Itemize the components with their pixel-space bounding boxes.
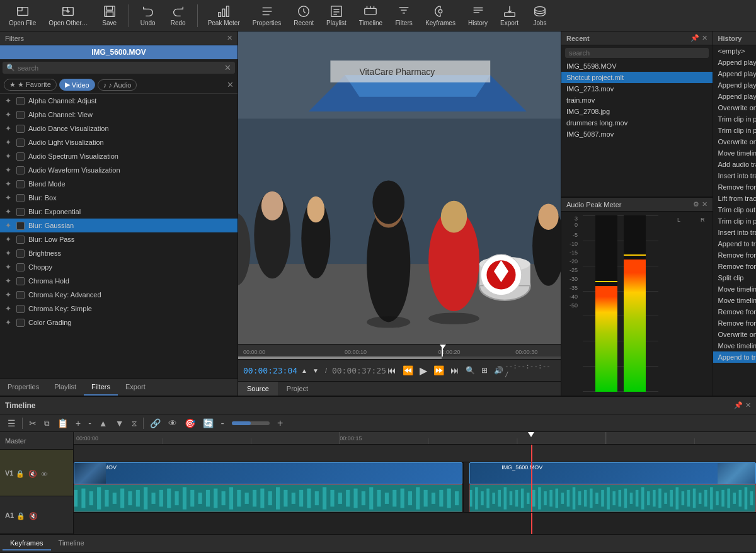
tl-cut-button[interactable]: ✂ [26, 417, 39, 430]
history-item[interactable]: Append playlist item 2 [713, 68, 756, 79]
filter-checkbox[interactable] [16, 305, 25, 313]
tl-copy-button[interactable]: ⧉ [42, 418, 52, 429]
history-item[interactable]: Append playlist item 3 [713, 79, 756, 91]
filter-checkbox[interactable] [16, 249, 25, 258]
history-item[interactable]: Move timelime clip [713, 340, 756, 351]
v1-visible-button[interactable]: 👁 [41, 470, 48, 478]
filters-close-x[interactable]: ✕ [227, 80, 234, 89]
filter-item[interactable]: ✦ Blur: Box [0, 191, 238, 205]
history-item[interactable]: Remove from track [713, 306, 756, 317]
v1-lock-button[interactable]: 🔒 [16, 470, 25, 478]
undo-button[interactable]: Undo [135, 3, 161, 28]
filter-item[interactable]: ✦ Brightness [0, 246, 238, 260]
history-item[interactable]: Split clip [713, 272, 756, 283]
filter-item[interactable]: ✦ Blur: Low Pass [0, 232, 238, 246]
tab-timeline-bottom[interactable]: Timeline [51, 537, 92, 550]
tl-ripple-button[interactable]: 🎯 [182, 417, 198, 430]
timecode-spinup[interactable]: ▲ [300, 366, 309, 375]
history-item[interactable]: Move timelime clip [713, 147, 756, 159]
filter-checkbox[interactable] [16, 125, 25, 133]
recent-item[interactable]: Shotcut project.mlt [561, 72, 713, 83]
history-item[interactable]: Trim clip out point [713, 204, 756, 215]
play-button[interactable]: ▶ [418, 363, 428, 378]
history-item[interactable]: <empty> [713, 45, 756, 57]
filter-checkbox[interactable] [16, 166, 25, 174]
history-item[interactable]: Remove from track [713, 317, 756, 329]
filter-item[interactable]: ✦ Color Grading [0, 316, 238, 329]
timeline-ruler[interactable]: 00:00:00 00:00:15 [74, 432, 756, 445]
history-item[interactable]: Append playlist item 1 [713, 57, 756, 68]
timecode-ruler[interactable]: 00:00:00 00:00:10 00:00:20 00:00:30 [238, 344, 561, 359]
filter-item[interactable]: ✦ Alpha Channel: Adjust [0, 94, 238, 108]
grid-button[interactable]: ⊞ [480, 365, 489, 376]
tl-lift-button[interactable]: ▲ [96, 417, 110, 430]
v1-clip2-audio[interactable] [469, 484, 756, 512]
tl-zoom-slider[interactable] [232, 421, 270, 425]
tab-video[interactable]: ▶ Video [59, 79, 95, 91]
open-file-button[interactable]: Open File [5, 3, 40, 28]
timeline-close[interactable]: ✕ [745, 401, 751, 409]
jobs-button[interactable]: Jobs [527, 3, 553, 28]
timeline-content[interactable]: 00:00:00 00:00:15 [74, 432, 756, 534]
filter-item[interactable]: ✦ Chroma Key: Advanced [0, 288, 238, 302]
history-item[interactable]: Append to track [713, 238, 756, 249]
tab-project[interactable]: Project [278, 382, 317, 396]
filter-checkbox[interactable] [16, 263, 25, 271]
filters-search-clear[interactable]: ✕ [224, 63, 231, 72]
tl-remove-button[interactable]: - [86, 417, 94, 430]
tl-overwrite-button[interactable]: ▼ [113, 417, 127, 430]
properties-button[interactable]: Properties [249, 3, 285, 28]
filter-checkbox[interactable] [16, 111, 25, 119]
recent-search-input[interactable] [569, 49, 705, 57]
filter-item[interactable]: ✦ Audio Waveform Visualization [0, 163, 238, 177]
skip-to-start-button[interactable]: ⏮ [386, 364, 398, 377]
toggle-zoom-button[interactable]: 🔍 [464, 365, 476, 376]
skip-to-end-button[interactable]: ⏭ [449, 364, 461, 377]
tab-source[interactable]: Source [238, 382, 278, 396]
timeline-pin[interactable]: 📌 [734, 401, 743, 409]
tl-zoomout-button[interactable]: - [219, 416, 227, 430]
filter-checkbox[interactable] [16, 319, 25, 327]
history-item[interactable]: Remove from track [713, 249, 756, 261]
recent-close-button[interactable]: ✕ [702, 34, 707, 42]
tl-snap-button[interactable]: 🔗 [147, 417, 163, 430]
recent-button[interactable]: Recent [290, 3, 318, 28]
filter-item[interactable]: ✦ Blur: Gaussian [0, 219, 238, 232]
tab-keyframes-bottom[interactable]: Keyframes [3, 537, 51, 550]
history-item[interactable]: Append to track [713, 351, 756, 363]
history-item[interactable]: Overwrite onto track [713, 136, 756, 147]
step-back-button[interactable]: ⏪ [401, 364, 415, 377]
redo-button[interactable]: Redo [166, 3, 191, 28]
tl-rippleall-button[interactable]: 🔄 [200, 417, 216, 430]
tl-scrub-button[interactable]: 👁 [166, 417, 180, 430]
recent-item[interactable]: IMG_2708.jpg [561, 106, 713, 117]
keyframes-button[interactable]: Keyframes [421, 3, 459, 28]
tl-menu-button[interactable]: ☰ [5, 417, 18, 430]
fbt-export[interactable]: Export [118, 379, 153, 396]
filter-item[interactable]: ✦ Audio Spectrum Visualization [0, 149, 238, 163]
fbt-filters[interactable]: Filters [84, 379, 118, 396]
filter-checkbox[interactable] [16, 222, 25, 230]
v1-clip2-video[interactable]: IMG_5600.MOV [469, 462, 756, 484]
filter-item[interactable]: ✦ Alpha Channel: View [0, 108, 238, 122]
filters-search-input[interactable] [18, 64, 224, 72]
history-item[interactable]: Trim clip in point [713, 113, 756, 125]
filter-checkbox[interactable] [16, 208, 25, 216]
save-button[interactable]: Save [97, 3, 122, 28]
peak-meter-button[interactable]: Peak Meter [204, 3, 244, 28]
history-item[interactable]: Move timelime clip [713, 295, 756, 306]
filter-checkbox[interactable] [16, 194, 25, 202]
playlist-button[interactable]: Playlist [323, 3, 350, 28]
history-item[interactable]: Insert into track [713, 170, 756, 181]
history-button[interactable]: History [464, 3, 491, 28]
fbt-playlist[interactable]: Playlist [47, 379, 84, 396]
history-item[interactable]: Append playlist item 4 [713, 91, 756, 102]
tl-split-button[interactable]: ⧖ [129, 418, 139, 429]
filter-checkbox[interactable] [16, 152, 25, 161]
recent-item[interactable]: drummers long.mov [561, 117, 713, 128]
a1-lock-button[interactable]: 🔒 [16, 512, 25, 520]
timeline-button[interactable]: Timeline [355, 3, 386, 28]
open-other-button[interactable]: Open Other… [45, 3, 91, 28]
filter-checkbox[interactable] [16, 277, 25, 285]
timecode-spindown[interactable]: ▼ [311, 366, 320, 375]
